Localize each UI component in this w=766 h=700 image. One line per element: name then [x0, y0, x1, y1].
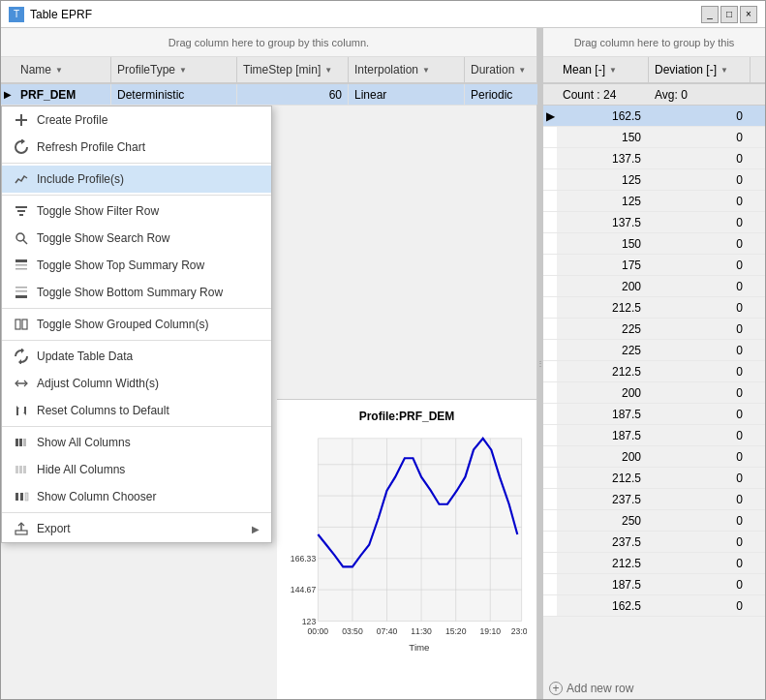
separator-3: [2, 308, 271, 309]
right-table-row[interactable]: 187.50: [543, 574, 765, 595]
svg-rect-12: [15, 295, 27, 298]
menu-item-toggle-search[interactable]: Toggle Show Search Row: [2, 225, 271, 252]
minimize-button[interactable]: _: [701, 6, 719, 23]
svg-rect-1: [20, 114, 22, 126]
right-table-row[interactable]: ▶162.50: [543, 106, 765, 127]
menu-item-toggle-grouped[interactable]: Toggle Show Grouped Column(s): [2, 311, 271, 338]
menu-item-show-all-columns[interactable]: Show All Columns: [2, 429, 271, 456]
column-header-timestep[interactable]: TimeStep [min] ▼: [237, 57, 349, 82]
svg-text:123: 123: [302, 617, 317, 626]
cell-deviation: 0: [649, 276, 751, 296]
menu-item-reset-columns[interactable]: Reset Columns to Default: [2, 397, 271, 424]
right-row-indicator: [543, 148, 557, 168]
right-table-row[interactable]: 212.50: [543, 553, 765, 574]
right-table-row[interactable]: 237.50: [543, 532, 765, 553]
svg-rect-3: [17, 210, 25, 212]
separator-2: [2, 195, 271, 196]
svg-rect-2: [15, 206, 27, 208]
cell-timestep: 60: [237, 84, 349, 105]
right-table-row[interactable]: 212.50: [543, 297, 765, 319]
menu-item-hide-all-columns[interactable]: Hide All Columns: [2, 456, 271, 483]
column-header-interpolation[interactable]: Interpolation ▼: [349, 57, 465, 82]
right-table-row[interactable]: 187.50: [543, 404, 765, 425]
right-row-indicator: [543, 255, 557, 275]
cell-deviation: 0: [649, 468, 751, 488]
right-table-row[interactable]: 212.50: [543, 468, 765, 489]
table-row[interactable]: ▶ PRF_DEM Deterministic 60 Linear Period…: [1, 84, 536, 106]
row-indicator: ▶: [1, 84, 15, 105]
svg-rect-13: [15, 320, 20, 329]
svg-text:144.67: 144.67: [291, 585, 317, 594]
right-table-row[interactable]: 1250: [543, 191, 765, 212]
svg-rect-14: [22, 320, 27, 329]
right-table-row[interactable]: 2000: [543, 446, 765, 468]
cell-deviation: 0: [649, 319, 751, 339]
cell-mean: 212.5: [557, 361, 649, 381]
right-row-indicator: [543, 276, 557, 296]
menu-item-show-column-chooser[interactable]: Show Column Chooser: [2, 483, 271, 510]
svg-rect-16: [15, 439, 18, 446]
svg-text:166.33: 166.33: [291, 554, 317, 563]
right-table-row[interactable]: 2250: [543, 319, 765, 340]
cell-mean: 187.5: [557, 404, 649, 424]
right-table-row[interactable]: 2500: [543, 510, 765, 532]
right-row-indicator: [543, 212, 557, 232]
window-controls: _ □ ×: [701, 6, 757, 23]
right-table-row[interactable]: 162.50: [543, 595, 765, 617]
cell-deviation: 0: [649, 233, 751, 254]
right-row-indicator: [543, 468, 557, 488]
maximize-button[interactable]: □: [720, 6, 738, 23]
svg-rect-28: [318, 439, 521, 622]
right-table-row[interactable]: 237.50: [543, 489, 765, 510]
menu-item-toggle-filter[interactable]: Toggle Show Filter Row: [2, 198, 271, 225]
right-table-row[interactable]: 2000: [543, 276, 765, 297]
cell-mean: 137.5: [557, 212, 649, 232]
right-table-row[interactable]: 187.50: [543, 425, 765, 446]
menu-item-export[interactable]: Export ▶: [2, 515, 271, 542]
svg-text:Time: Time: [409, 642, 429, 653]
right-table-row[interactable]: 1250: [543, 169, 765, 191]
menu-item-refresh-profile[interactable]: Refresh Profile Chart: [2, 134, 271, 161]
right-table-row[interactable]: 2000: [543, 382, 765, 404]
menu-item-create-profile[interactable]: Create Profile: [2, 107, 271, 134]
svg-rect-18: [23, 439, 26, 446]
right-table-row[interactable]: 1500: [543, 233, 765, 255]
show-column-chooser-icon: [14, 489, 29, 504]
cell-mean: 162.5: [557, 595, 649, 616]
cell-deviation: 0: [649, 510, 751, 531]
sort-arrow-duration: ▼: [518, 66, 526, 75]
menu-item-include-profiles[interactable]: Include Profile(s): [2, 166, 271, 193]
cell-deviation: 0: [649, 446, 751, 467]
header-indicator-space: [1, 57, 15, 82]
right-row-indicator: [543, 510, 557, 531]
right-table-row[interactable]: 137.50: [543, 148, 765, 169]
adjust-columns-icon: [14, 376, 29, 391]
menu-item-adjust-columns[interactable]: Adjust Column Width(s): [2, 370, 271, 397]
cell-deviation: 0: [649, 489, 751, 509]
column-header-profiletype[interactable]: ProfileType ▼: [111, 57, 237, 82]
right-row-indicator: [543, 127, 557, 147]
right-table-row[interactable]: 137.50: [543, 212, 765, 233]
cell-mean: 212.5: [557, 297, 649, 318]
svg-text:03:50: 03:50: [342, 626, 363, 636]
right-table-row[interactable]: 1500: [543, 127, 765, 148]
menu-item-update-table[interactable]: Update Table Data: [2, 343, 271, 370]
add-row-plus-icon: +: [549, 682, 563, 695]
svg-rect-11: [15, 290, 27, 292]
right-row-indicator: [543, 361, 557, 381]
menu-item-toggle-top-summary[interactable]: Toggle Show Top Summary Row: [2, 252, 271, 279]
right-table-row[interactable]: 2250: [543, 340, 765, 361]
cell-mean: 200: [557, 382, 649, 403]
add-new-row[interactable]: + Add new row: [543, 678, 765, 699]
close-button[interactable]: ×: [740, 6, 757, 23]
update-table-icon: [14, 349, 29, 364]
right-table-row[interactable]: 1750: [543, 255, 765, 276]
right-table-row[interactable]: 212.50: [543, 361, 765, 382]
column-header-name[interactable]: Name ▼: [15, 57, 111, 82]
sort-arrow-interpolation: ▼: [422, 66, 430, 75]
column-header-mean[interactable]: Mean [-] ▼: [557, 57, 649, 82]
show-all-columns-icon: [14, 435, 29, 450]
main-window: T Table EPRF _ □ × Drag column here to g…: [0, 0, 766, 700]
menu-item-toggle-bottom-summary[interactable]: Toggle Show Bottom Summary Row: [2, 279, 271, 306]
column-header-deviation[interactable]: Deviation [-] ▼: [649, 57, 751, 82]
